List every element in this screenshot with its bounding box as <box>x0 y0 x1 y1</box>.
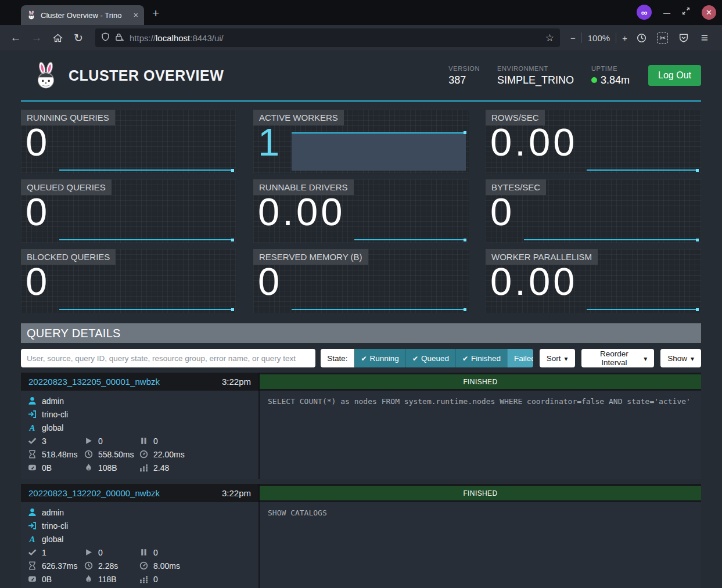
filter-finished-button[interactable]: Finished <box>455 349 507 367</box>
history-clock-icon[interactable] <box>633 29 651 46</box>
svg-text:A: A <box>28 535 35 543</box>
filter-running-button[interactable]: Running <box>354 349 405 367</box>
new-tab-button[interactable] <box>152 7 159 19</box>
parallelism-icon <box>139 463 148 472</box>
chevron-down-icon <box>565 354 568 363</box>
tab-title: Cluster Overview - Trino <box>41 11 129 20</box>
query-status-banner: FINISHED <box>260 374 701 389</box>
query-user: admin <box>28 506 252 519</box>
query-stat-splits_running: 0 <box>84 434 139 448</box>
home-button[interactable] <box>49 29 66 46</box>
gauge-icon <box>139 561 148 570</box>
query-stat-memory: 0B <box>28 572 84 586</box>
filter-queued-button[interactable]: Queued <box>405 349 455 367</box>
address-bar[interactable]: https://localhost:8443/ui/ <box>95 28 560 47</box>
query-stat-splits_running: 0 <box>84 546 139 559</box>
query-id-link[interactable]: 20220823_132205_00001_nwbzk <box>28 377 160 387</box>
stat-tile: RUNNABLE DRIVERS 0.00 <box>253 179 469 243</box>
stat-tile: WORKER PARALLELISM 0.00 <box>486 249 701 313</box>
svg-text:A: A <box>28 423 35 432</box>
menu-button[interactable] <box>696 29 713 46</box>
show-button[interactable]: Show <box>660 349 701 367</box>
query-time: 3:22pm <box>222 488 251 498</box>
query-toolbar: State: RunningQueuedFinishedFailed Sort … <box>21 349 701 367</box>
page-title: CLUSTER OVERVIEW <box>69 67 224 84</box>
query-resource_group: Aglobal <box>28 532 252 546</box>
clock-icon <box>84 450 93 459</box>
checkmark-icon <box>462 354 468 363</box>
sparkline <box>587 111 698 172</box>
reload-button[interactable] <box>70 29 87 46</box>
query-id-link[interactable]: 20220823_132202_00000_nwbzk <box>28 488 160 498</box>
environment-label: ENVIRONMENT <box>497 65 574 72</box>
logout-button[interactable]: Log Out <box>648 65 701 86</box>
screenshot-icon[interactable] <box>654 29 671 46</box>
maximize-button[interactable] <box>682 7 690 17</box>
chevron-down-icon <box>644 354 647 363</box>
minimize-button[interactable] <box>663 8 670 17</box>
state-label: State: <box>321 349 354 367</box>
query-details-header: QUERY DETAILS <box>21 323 701 343</box>
zoom-level[interactable]: 100% <box>588 33 610 43</box>
resource-group-icon: A <box>28 423 37 432</box>
back-button[interactable] <box>7 29 24 46</box>
state-filter-group: State: RunningQueuedFinishedFailed <box>321 349 533 367</box>
query-stat-cumulative_memory: 108B <box>84 461 139 474</box>
sort-button[interactable]: Sort <box>540 349 575 367</box>
stat-tile-label: RUNNING QUERIES <box>21 110 115 125</box>
stat-tile: ROWS/SEC 0.00 <box>486 110 701 174</box>
lock-warning-icon[interactable] <box>115 33 124 44</box>
user-icon <box>28 508 37 517</box>
sparkline <box>524 181 698 242</box>
login-icon <box>28 410 37 419</box>
query-stat-splits_queued: 0 <box>139 546 252 559</box>
hourglass-icon <box>28 450 37 459</box>
version-block: VERSION 387 <box>448 65 480 86</box>
query-stat-parallelism: 2.48 <box>139 461 252 474</box>
query-stat-cpu_time: 8.00ms <box>139 559 252 572</box>
user-icon <box>28 396 37 405</box>
stat-tile-label: RUNNABLE DRIVERS <box>253 179 354 195</box>
uptime-block: UPTIME 3.84m <box>591 65 630 86</box>
query-stat-elapsed_time: 558.50ms <box>84 448 139 461</box>
query-card: 20220823_132205_00001_nwbzk 3:22pm FINIS… <box>21 373 701 479</box>
query-stat-queued_time: 626.37ms <box>28 559 84 572</box>
check-icon <box>28 548 37 557</box>
trino-favicon <box>27 10 36 20</box>
browser-tab[interactable]: Cluster Overview - Trino <box>21 5 144 25</box>
uptime-value: 3.84m <box>601 74 630 86</box>
protections-badge-icon[interactable] <box>675 29 692 46</box>
tab-close-icon[interactable] <box>134 10 138 20</box>
trino-page: CLUSTER OVERVIEW VERSION 387 ENVIRONMENT… <box>0 50 722 588</box>
memory-icon <box>28 575 37 583</box>
query-list: 20220823_132205_00001_nwbzk 3:22pm FINIS… <box>21 373 701 588</box>
private-browsing-icon <box>637 5 652 20</box>
environment-value: SIMPLE_TRINO <box>497 74 574 86</box>
zoom-out-button[interactable] <box>570 33 576 43</box>
query-card: 20220823_132202_00000_nwbzk 3:22pm FINIS… <box>21 484 701 588</box>
close-button[interactable] <box>702 5 716 20</box>
stat-tile: BLOCKED QUERIES 0 <box>21 249 236 313</box>
sparkline <box>587 250 698 312</box>
login-icon <box>28 521 37 530</box>
stat-tile: RESERVED MEMORY (B) 0 <box>253 249 469 313</box>
play-icon <box>84 437 93 445</box>
query-stat-splits_completed: 3 <box>28 434 84 448</box>
filter-failed-button[interactable]: Failed <box>507 349 533 367</box>
search-input[interactable] <box>21 349 315 367</box>
trino-logo <box>34 62 58 89</box>
bookmark-star-icon[interactable] <box>545 32 554 44</box>
stat-tile-label: QUEUED QUERIES <box>21 179 112 195</box>
shield-icon[interactable] <box>101 33 110 44</box>
zoom-in-button[interactable] <box>622 33 627 43</box>
browser-navbar: https://localhost:8443/ui/ 100% <box>0 25 722 50</box>
version-label: VERSION <box>448 65 480 72</box>
query-time: 3:22pm <box>222 377 251 387</box>
stat-tile-label: RESERVED MEMORY (B) <box>253 249 368 265</box>
forward-button[interactable] <box>28 29 45 46</box>
reorder-interval-button[interactable]: Reorder Interval <box>581 349 655 367</box>
hourglass-icon <box>28 561 37 570</box>
query-status-banner: FINISHED <box>260 486 701 500</box>
uptime-label: UPTIME <box>591 65 630 72</box>
query-stat-queued_time: 518.48ms <box>28 448 84 461</box>
